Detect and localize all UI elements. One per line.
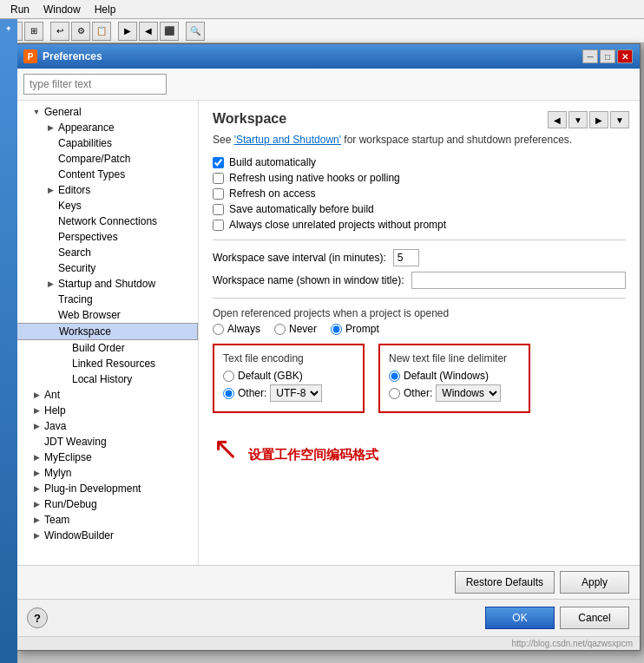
close-button[interactable]: ✕ [617, 49, 633, 63]
tree-item-perspectives[interactable]: Perspectives [16, 229, 198, 245]
tree-label-mylyn: Mylyn [43, 466, 73, 480]
tree-item-search[interactable]: Search [16, 245, 198, 260]
tree-item-run-debug[interactable]: ▶ Run/Debug [16, 496, 198, 512]
menu-help[interactable]: Help [88, 2, 123, 17]
tree-label-help: Help [43, 404, 68, 417]
tree-item-capabilities[interactable]: Capabilities [16, 135, 198, 151]
toolbar-btn-5[interactable]: 📋 [92, 22, 111, 41]
nav-forward-dropdown[interactable]: ▼ [610, 111, 629, 128]
delimiter-default-radio[interactable] [389, 371, 400, 382]
tree-item-build-order[interactable]: Build Order [16, 340, 198, 356]
delimiter-default-label: Default (Windows) [404, 370, 489, 382]
tree-item-compare-patch[interactable]: Compare/Patch [16, 151, 198, 167]
delimiter-select[interactable]: Windows [436, 384, 501, 402]
toolbar: ▶ ⊞ ↩ ⚙ 📋 ▶ ◀ ⬛ 🔍 [0, 19, 644, 43]
checkbox-save-auto-input[interactable] [213, 204, 224, 215]
tree-panel: ▼ General ▶ Appearance Capabilities Comp… [16, 101, 199, 565]
minimize-button[interactable]: ─ [582, 49, 598, 63]
arrow-help: ▶ [30, 406, 43, 415]
nav-forward-button[interactable]: ▶ [589, 111, 608, 128]
checkbox-save-auto-label: Save automatically before build [229, 203, 374, 215]
toolbar-btn-4[interactable]: ⚙ [71, 22, 90, 41]
startup-shutdown-link[interactable]: 'Startup and Shutdown' [234, 134, 341, 146]
tree-item-windowbuilder[interactable]: ▶ WindowBuilder [16, 528, 198, 543]
menu-window[interactable]: Window [36, 2, 88, 17]
tree-label-ant: Ant [43, 388, 62, 402]
checkbox-close-unrelated-label: Always close unrelated projects without … [229, 219, 446, 231]
arrow-startup: ▶ [44, 279, 56, 288]
tree-item-myeclipse[interactable]: ▶ MyEclipse [16, 450, 198, 465]
tree-label-security: Security [56, 261, 97, 275]
restore-apply-bar: Restore Defaults Apply [16, 565, 640, 599]
tree-item-tracing[interactable]: Tracing [16, 292, 198, 307]
menu-run[interactable]: Run [3, 2, 36, 17]
radio-never-label: Never [274, 323, 317, 335]
tree-item-linked[interactable]: Linked Resources [16, 356, 198, 371]
tree-item-team[interactable]: ▶ Team [16, 512, 198, 528]
toolbar-btn-6[interactable]: ▶ [118, 22, 137, 41]
arrow-myeclipse: ▶ [30, 453, 43, 462]
toolbar-btn-8[interactable]: ⬛ [160, 22, 179, 41]
ok-button[interactable]: OK [485, 607, 555, 629]
tree-item-startup[interactable]: ▶ Startup and Shutdow [16, 276, 198, 292]
annotation-area: ↖ 设置工作空间编码格式 [213, 430, 626, 467]
tree-item-workspace[interactable]: Workspace [16, 323, 198, 340]
tree-item-network[interactable]: Network Connections [16, 213, 198, 229]
encoding-other-radio[interactable] [223, 388, 234, 399]
tree-label-jdt: JDT Weaving [43, 435, 108, 449]
tree-item-local-history[interactable]: Local History [16, 371, 198, 387]
apply-button[interactable]: Apply [560, 571, 629, 594]
tree-item-jdt[interactable]: JDT Weaving [16, 434, 198, 450]
arrow-team: ▶ [30, 515, 43, 524]
checkbox-build-auto-input[interactable] [213, 157, 224, 168]
radio-always-input[interactable] [213, 324, 224, 335]
radio-prompt-input[interactable] [331, 324, 342, 335]
checkbox-refresh-access-input[interactable] [213, 188, 224, 200]
nav-dropdown-button[interactable]: ▼ [568, 111, 588, 128]
toolbar-btn-3[interactable]: ↩ [50, 22, 69, 41]
tree-item-general[interactable]: ▼ General [16, 104, 198, 120]
tree-item-mylyn[interactable]: ▶ Mylyn [16, 465, 198, 481]
delimiter-other-radio[interactable] [389, 388, 400, 399]
tree-item-ant[interactable]: ▶ Ant [16, 387, 198, 403]
encoding-box-title: Text file encoding [223, 352, 354, 364]
name-input[interactable] [411, 272, 626, 289]
toolbar-btn-9[interactable]: 🔍 [186, 22, 205, 41]
radio-prompt-text: Prompt [345, 323, 379, 335]
desc-prefix: See [213, 134, 234, 146]
help-button[interactable]: ? [27, 607, 48, 628]
toolbar-btn-2[interactable]: ⊞ [24, 22, 43, 41]
tree-label-general: General [43, 105, 83, 119]
annotation-arrow-icon: ↖ [213, 430, 239, 467]
checkbox-native-hooks-label: Refresh using native hooks or polling [229, 172, 400, 184]
annotation-text: 设置工作空间编码格式 [248, 447, 378, 462]
tree-item-content-types[interactable]: Content Types [16, 167, 198, 182]
nav-back-button[interactable]: ◀ [548, 111, 567, 128]
restore-defaults-button[interactable]: Restore Defaults [455, 571, 555, 594]
tree-item-web-browser[interactable]: Web Browser [16, 307, 198, 323]
tree-item-appearance[interactable]: ▶ Appearance [16, 120, 198, 135]
tree-item-keys[interactable]: Keys [16, 198, 198, 213]
cancel-button[interactable]: Cancel [560, 607, 629, 629]
maximize-button[interactable]: □ [600, 49, 615, 63]
arrow-general: ▼ [30, 108, 43, 116]
radio-never-input[interactable] [274, 324, 286, 335]
encoding-select[interactable]: UTF-8 [270, 384, 322, 402]
search-bar [16, 69, 640, 101]
tree-item-plugin[interactable]: ▶ Plug-in Development [16, 481, 198, 496]
tree-item-security[interactable]: Security [16, 260, 198, 276]
encoding-other-label: Other: [238, 387, 266, 399]
toolbar-btn-7[interactable]: ◀ [139, 22, 158, 41]
arrow-java: ▶ [30, 422, 43, 430]
filter-input[interactable] [23, 74, 167, 95]
radio-row-projects: Always Never Prompt [213, 323, 626, 335]
tree-item-editors[interactable]: ▶ Editors [16, 182, 198, 198]
tree-item-help[interactable]: ▶ Help [16, 403, 198, 418]
interval-input[interactable] [393, 249, 419, 266]
checkbox-close-unrelated-input[interactable] [213, 220, 224, 231]
encoding-default-radio[interactable] [223, 371, 234, 382]
delimiter-box: New text file line delimiter Default (Wi… [378, 344, 530, 413]
tree-item-java[interactable]: ▶ Java [16, 418, 198, 434]
checkbox-native-hooks-input[interactable] [213, 173, 224, 184]
arrow-windowbuilder: ▶ [30, 531, 43, 540]
